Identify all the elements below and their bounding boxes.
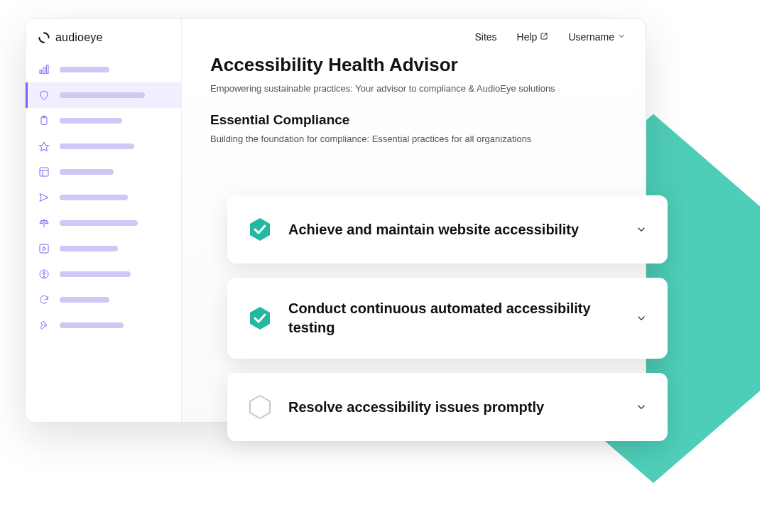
section-title: Essential Compliance — [210, 112, 617, 128]
topbar-link-help-label: Help — [517, 31, 538, 43]
wrench-icon — [38, 320, 50, 331]
status-badge-icon — [247, 217, 273, 242]
sidebar-item-placeholder — [60, 220, 138, 226]
sidebar-item[interactable] — [26, 185, 181, 210]
status-badge-icon — [247, 305, 273, 331]
sidebar-item-placeholder — [60, 246, 118, 251]
sidebar-item[interactable] — [26, 57, 181, 82]
sidebar-item[interactable] — [26, 108, 181, 134]
section-subtitle: Building the foundation for compliance: … — [210, 134, 617, 144]
compliance-card[interactable]: Resolve accessibility issues promptly — [227, 373, 668, 441]
svg-rect-2 — [43, 67, 45, 73]
chevron-down-icon — [617, 31, 626, 43]
topbar-username-label: Username — [568, 31, 614, 43]
compliance-cards: Achieve and maintain website accessibili… — [227, 195, 668, 441]
compliance-card[interactable]: Conduct continuous automated accessibili… — [227, 278, 668, 359]
sidebar-item-placeholder — [60, 67, 109, 72]
sidebar-item[interactable] — [26, 313, 181, 338]
page-title: Accessibility Health Advisor — [210, 54, 617, 76]
sidebar-item-placeholder — [60, 271, 131, 277]
sidebar-item[interactable] — [26, 261, 181, 287]
card-title: Resolve accessibility issues promptly — [288, 398, 619, 417]
status-badge-icon — [247, 394, 273, 420]
sidebar: audioeye — [26, 18, 182, 422]
sidebar-item[interactable] — [26, 82, 181, 108]
svg-rect-10 — [40, 244, 48, 253]
sidebar-item-placeholder — [60, 92, 145, 98]
sidebar-item[interactable] — [26, 236, 181, 261]
sidebar-item[interactable] — [26, 287, 181, 313]
refresh-icon — [38, 294, 50, 305]
chevron-down-icon — [635, 312, 648, 325]
brand: audioeye — [26, 28, 181, 57]
brand-logo-icon — [38, 32, 50, 43]
scales-icon — [38, 217, 50, 229]
topbar-link-help[interactable]: Help — [517, 31, 549, 43]
sidebar-item[interactable] — [26, 210, 181, 236]
shield-icon — [38, 89, 50, 101]
sidebar-item-placeholder — [60, 195, 128, 200]
topbar: Sites Help Username — [182, 18, 646, 50]
play-square-icon — [38, 243, 50, 254]
topbar-link-sites[interactable]: Sites — [474, 31, 496, 43]
svg-marker-14 — [250, 218, 270, 241]
svg-marker-16 — [250, 396, 270, 418]
send-icon — [38, 192, 50, 203]
layout-icon — [38, 166, 50, 178]
brand-name: audioeye — [55, 31, 103, 44]
svg-rect-7 — [40, 168, 48, 176]
sidebar-item[interactable] — [26, 134, 181, 159]
clipboard-icon — [38, 115, 50, 126]
sidebar-item-placeholder — [60, 143, 134, 149]
sidebar-item-placeholder — [60, 169, 114, 175]
svg-marker-15 — [250, 307, 270, 330]
universal-access-icon — [38, 268, 50, 280]
external-link-icon — [540, 31, 548, 43]
page-subtitle: Empowering sustainable practices: Your a… — [210, 83, 617, 94]
chevron-down-icon — [635, 401, 648, 413]
svg-rect-1 — [40, 70, 42, 74]
sidebar-item-placeholder — [60, 297, 109, 303]
card-title: Conduct continuous automated accessibili… — [288, 299, 619, 337]
compliance-card[interactable]: Achieve and maintain website accessibili… — [227, 195, 668, 264]
sidebar-item-placeholder — [60, 322, 124, 328]
star-icon — [38, 141, 50, 152]
card-title: Achieve and maintain website accessibili… — [288, 220, 619, 239]
svg-marker-6 — [39, 142, 48, 151]
sidebar-item[interactable] — [26, 159, 181, 185]
sidebar-item-placeholder — [60, 118, 122, 124]
topbar-user-menu[interactable]: Username — [568, 31, 626, 43]
svg-marker-11 — [43, 246, 46, 250]
topbar-link-sites-label: Sites — [474, 31, 496, 43]
bar-chart-icon — [38, 64, 50, 75]
svg-point-13 — [43, 271, 45, 273]
sidebar-nav — [26, 57, 181, 338]
chevron-down-icon — [635, 223, 648, 236]
svg-rect-3 — [46, 65, 48, 73]
